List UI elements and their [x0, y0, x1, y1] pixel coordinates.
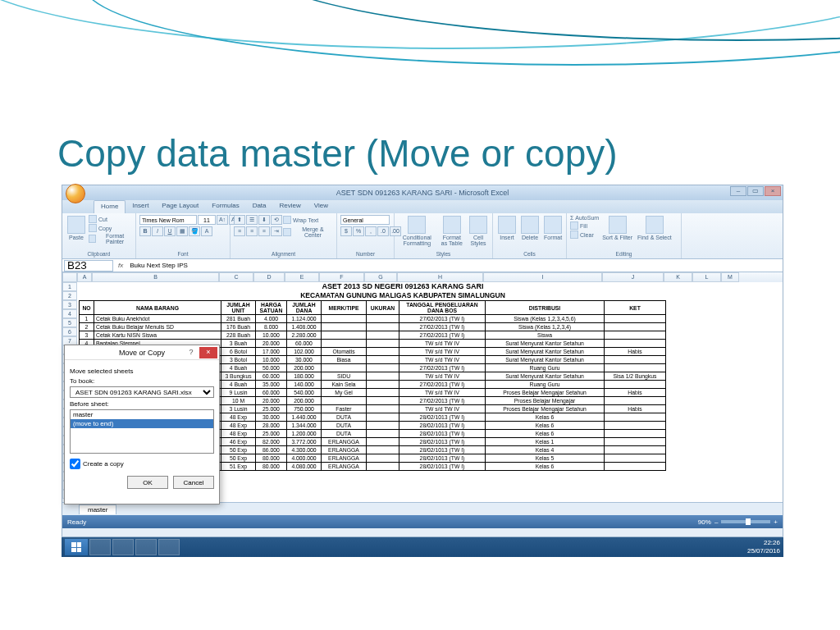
font-size-select[interactable]: [198, 215, 216, 225]
name-box[interactable]: [64, 260, 113, 272]
grow-font-button[interactable]: A↑: [217, 215, 228, 225]
increase-decimal-button[interactable]: .0: [377, 226, 389, 236]
col-header[interactable]: M: [721, 272, 739, 282]
row-header[interactable]: 2: [62, 291, 77, 300]
taskbar-chrome-icon[interactable]: [89, 539, 111, 555]
dialog-close-button[interactable]: ×: [199, 347, 217, 358]
window-title: ASET SDN 091263 KARANG SARI - Microsoft …: [336, 189, 509, 197]
row-header[interactable]: 5: [62, 318, 77, 327]
ribbon-tabs: Home Insert Page Layout Formulas Data Re…: [62, 200, 783, 213]
ok-button[interactable]: OK: [127, 476, 168, 489]
italic-button[interactable]: I: [152, 226, 163, 236]
before-sheet-list[interactable]: master (move to end): [70, 409, 214, 454]
col-header[interactable]: G: [364, 272, 397, 282]
format-painter-button[interactable]: Format Painter: [89, 233, 132, 244]
col-header[interactable]: C: [219, 272, 253, 282]
taskbar-excel-icon[interactable]: [158, 539, 180, 555]
start-button[interactable]: [65, 539, 88, 555]
insert-cells-button[interactable]: Insert: [496, 215, 518, 241]
col-header[interactable]: F: [319, 272, 364, 282]
system-tray[interactable]: 22:26 25/07/2016: [747, 539, 780, 555]
tab-view[interactable]: View: [308, 200, 335, 213]
taskbar-explorer-icon[interactable]: [112, 539, 134, 555]
select-all-corner[interactable]: [62, 272, 77, 282]
orientation-button[interactable]: ⟲: [271, 215, 282, 225]
align-bottom-button[interactable]: ⬇: [258, 215, 270, 225]
tab-review[interactable]: Review: [273, 200, 308, 213]
fill-button[interactable]: Fill: [570, 221, 587, 230]
number-format-select[interactable]: [340, 215, 390, 225]
font-color-button[interactable]: A: [201, 226, 212, 236]
col-header[interactable]: H: [397, 272, 483, 282]
row-header[interactable]: 6: [62, 327, 77, 336]
clock-time: 22:26: [747, 539, 780, 547]
merge-center-button[interactable]: Merge & Center: [283, 226, 333, 238]
dialog-help-button[interactable]: ?: [185, 347, 198, 358]
maximize-button[interactable]: ▭: [747, 186, 764, 196]
underline-button[interactable]: U: [164, 226, 176, 236]
minimize-button[interactable]: –: [730, 186, 746, 196]
align-top-button[interactable]: ⬆: [234, 215, 245, 225]
sort-filter-button[interactable]: Sort & Filter: [600, 215, 634, 241]
tab-home[interactable]: Home: [94, 200, 126, 213]
zoom-level[interactable]: 90%: [698, 518, 711, 526]
cut-button[interactable]: Cut: [89, 215, 107, 223]
wrap-text-button[interactable]: Wrap Text: [283, 215, 318, 225]
find-select-button[interactable]: Find & Select: [636, 215, 673, 241]
autosum-button[interactable]: ΣAutoSum: [570, 215, 599, 221]
copy-button[interactable]: Copy: [89, 224, 112, 232]
zoom-out-button[interactable]: –: [714, 518, 718, 526]
col-header[interactable]: B: [92, 272, 219, 282]
conditional-formatting-button[interactable]: Conditional Formatting: [398, 215, 436, 247]
group-editing: Editing: [570, 250, 678, 257]
zoom-slider[interactable]: [721, 520, 770, 523]
col-header[interactable]: D: [253, 272, 285, 282]
tab-formulas[interactable]: Formulas: [205, 200, 245, 213]
row-header[interactable]: 4: [62, 309, 77, 318]
office-button[interactable]: [66, 184, 85, 203]
currency-button[interactable]: $: [340, 226, 352, 236]
align-right-button[interactable]: ≡: [258, 226, 270, 236]
formula-input[interactable]: Buku Next Step IPS: [126, 262, 783, 269]
group-cells: Cells: [496, 250, 563, 257]
close-button[interactable]: ×: [765, 186, 781, 196]
paste-button[interactable]: Paste: [66, 215, 87, 241]
align-middle-button[interactable]: ☰: [246, 215, 258, 225]
col-header[interactable]: J: [602, 272, 664, 282]
list-item-master[interactable]: master: [71, 410, 213, 419]
format-cells-button[interactable]: Format: [542, 215, 564, 241]
fx-icon[interactable]: fx: [115, 262, 126, 269]
bold-button[interactable]: B: [139, 226, 151, 236]
cancel-button[interactable]: Cancel: [173, 476, 214, 489]
font-name-select[interactable]: [139, 215, 197, 225]
cell-styles-button[interactable]: Cell Styles: [468, 215, 489, 247]
col-header[interactable]: E: [285, 272, 319, 282]
delete-cells-button[interactable]: Delete: [519, 215, 541, 241]
zoom-in-button[interactable]: +: [774, 518, 778, 526]
border-button[interactable]: ▦: [176, 226, 188, 236]
tab-insert[interactable]: Insert: [126, 200, 155, 213]
align-center-button[interactable]: ≡: [246, 226, 258, 236]
list-item-move-to-end[interactable]: (move to end): [71, 419, 213, 428]
fill-color-button[interactable]: 🪣: [189, 226, 200, 236]
indent-button[interactable]: ⇥: [271, 226, 282, 236]
percent-button[interactable]: %: [353, 226, 364, 236]
col-header[interactable]: K: [664, 272, 692, 282]
create-copy-checkbox[interactable]: Create a copy: [70, 459, 214, 469]
sheet-tab-master[interactable]: master: [79, 504, 116, 514]
sheet-heading-1: ASET 2013 SD NEGERI 091263 KARANG SARI: [79, 282, 727, 290]
row-header[interactable]: 3: [62, 300, 77, 309]
taskbar-powerpoint-icon[interactable]: [135, 539, 157, 555]
clear-button[interactable]: Clear: [570, 231, 594, 239]
col-header[interactable]: L: [692, 272, 721, 282]
align-left-button[interactable]: ≡: [234, 226, 245, 236]
comma-button[interactable]: ,: [365, 226, 377, 236]
col-header[interactable]: I: [483, 272, 602, 282]
tab-data[interactable]: Data: [246, 200, 273, 213]
format-as-table-button[interactable]: Format as Table: [438, 215, 466, 247]
to-book-select[interactable]: ASET SDN 091263 KARANG SARI.xlsx: [70, 386, 214, 398]
col-header[interactable]: A: [77, 272, 92, 282]
status-text: Ready: [67, 518, 86, 526]
row-header[interactable]: 1: [62, 282, 77, 291]
tab-page-layout[interactable]: Page Layout: [155, 200, 205, 213]
